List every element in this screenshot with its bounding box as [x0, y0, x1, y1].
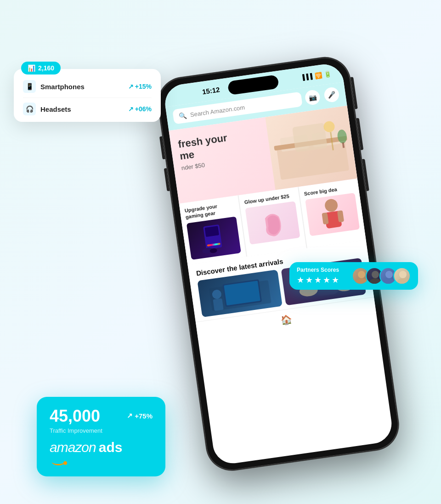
- partners-text: Partners Scores ★ ★ ★ ★ ★: [297, 267, 346, 285]
- stars-row: ★ ★ ★ ★ ★: [297, 275, 346, 285]
- stats-row-smartphones: 📱 Smartphones ↗ +15%: [23, 75, 152, 98]
- hero-image: [265, 106, 357, 190]
- svg-point-34: [399, 271, 407, 278]
- stats-badge: 📊 2,160: [21, 62, 61, 74]
- gaming-image: [187, 216, 241, 259]
- star-5: ★: [332, 275, 339, 285]
- gua-sha-svg: [259, 206, 286, 239]
- partners-card: Partners Scores ★ ★ ★ ★ ★: [289, 262, 418, 290]
- svg-point-28: [358, 271, 365, 278]
- svg-rect-4: [292, 123, 328, 152]
- amazon-logo: amazon ads: [50, 440, 153, 455]
- stats-badge-count: 2,160: [38, 64, 54, 72]
- gaming-pc-svg: [196, 221, 232, 255]
- arrow-up-icon: ↗: [128, 83, 134, 90]
- star-1: ★: [297, 275, 304, 285]
- partners-inner: Partners Scores ★ ★ ★ ★ ★: [297, 267, 411, 285]
- stats-card: 📊 2,160 📱 Smartphones ↗ +15% 🎧 Headsets …: [14, 69, 161, 122]
- bedroom-svg: [268, 110, 355, 185]
- search-placeholder: Search Amazon.com: [190, 103, 245, 118]
- amazon-number: 45,000: [50, 408, 100, 424]
- star-3: ★: [314, 275, 322, 285]
- amazon-logo-ads: ads: [99, 440, 123, 455]
- stats-left-headsets: 🎧 Headsets: [23, 103, 71, 115]
- smartphone-icon: 📱: [23, 80, 36, 93]
- svg-point-33: [383, 278, 395, 285]
- search-icon: 🔍: [178, 112, 187, 120]
- partners-title: Partners Scores: [297, 267, 346, 273]
- headsets-change: ↗ +06%: [128, 105, 152, 113]
- amazon-arrow-icon: ↗: [127, 412, 133, 420]
- status-icons: ▐▐▐ 🛜 🔋: [300, 70, 332, 81]
- amazon-smile-icon: [50, 456, 68, 465]
- amazon-top-row: 45,000 ↗ +75%: [50, 408, 153, 424]
- star-2: ★: [305, 275, 313, 285]
- deals-image: [305, 193, 360, 236]
- amazon-ads-card: 45,000 ↗ +75% Traffic Improvement amazon…: [37, 397, 165, 476]
- arrival-card-1[interactable]: [197, 269, 282, 317]
- star-4: ★: [323, 275, 330, 285]
- svg-point-31: [369, 278, 381, 285]
- headsets-icon: 🎧: [23, 103, 36, 115]
- battery-icon: 🔋: [324, 70, 332, 78]
- smartphones-label: Smartphones: [40, 83, 85, 91]
- nav-home[interactable]: 🏠: [280, 314, 293, 326]
- product-card-gaming[interactable]: Upgrade your gaming gear: [179, 195, 247, 265]
- smartphones-change: ↗ +15%: [128, 83, 152, 90]
- product-card-deals[interactable]: Score big dea: [299, 178, 366, 248]
- arrival1-svg: [197, 269, 282, 317]
- amazon-sub-label: Traffic Improvement: [50, 427, 153, 434]
- stats-badge-icon: 📊: [28, 64, 35, 72]
- search-right-icons: 📷 🎤: [304, 86, 340, 106]
- amazon-logo-text: amazon: [50, 440, 96, 455]
- amazon-change: ↗ +75%: [127, 412, 153, 420]
- svg-point-14: [324, 198, 338, 212]
- svg-point-32: [385, 271, 393, 278]
- svg-point-29: [356, 278, 368, 285]
- product-card-glow[interactable]: Glow up under $25: [239, 187, 306, 256]
- deals-svg: [305, 193, 360, 236]
- stats-left-smartphones: 📱 Smartphones: [23, 80, 85, 93]
- svg-rect-10: [204, 226, 219, 237]
- stats-row-headsets: 🎧 Headsets ↗ +06%: [23, 98, 152, 115]
- wifi-icon: 🛜: [314, 71, 322, 79]
- glow-image: [245, 201, 300, 245]
- avatars-stack: [352, 267, 411, 285]
- avatar-4: [393, 267, 411, 285]
- status-time: 15:12: [202, 85, 220, 95]
- signal-icon: ▐▐▐: [300, 73, 313, 81]
- mic-icon[interactable]: 🎤: [323, 86, 340, 103]
- svg-point-35: [397, 278, 409, 285]
- camera-icon[interactable]: 📷: [304, 89, 321, 106]
- svg-rect-22: [213, 298, 223, 311]
- headsets-label: Headsets: [40, 105, 71, 113]
- svg-point-30: [372, 271, 379, 278]
- arrow-up-icon2: ↗: [128, 105, 134, 113]
